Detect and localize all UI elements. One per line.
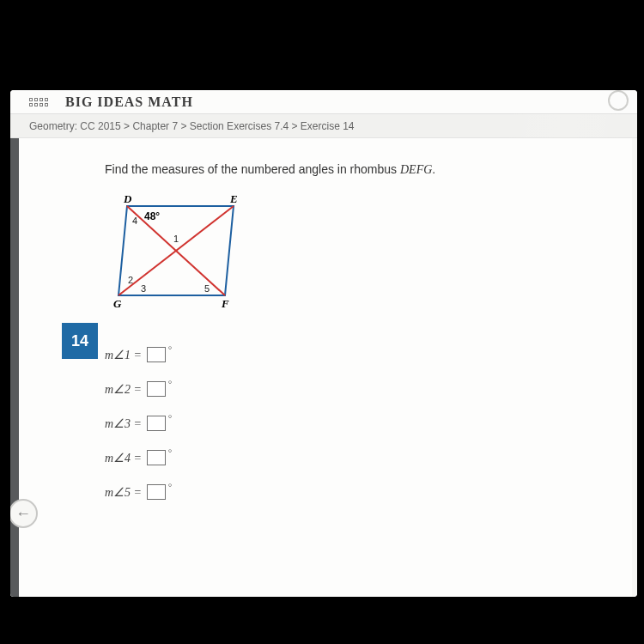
top-black-bar [0,0,644,86]
exercise-prompt: Find the measures of the numbered angles… [105,162,608,177]
profile-circle-icon[interactable] [608,90,629,111]
left-gutter [10,138,19,597]
degree-symbol: ° [168,414,172,423]
angle-5: 5 [204,283,210,294]
answer-row-3: m∠3 = ° [105,416,608,431]
prompt-suffix: . [432,162,435,176]
tablet-screen: BIG IDEAS MATH Geometry: CC 2015 > Chapt… [10,90,637,597]
degree-symbol: ° [168,345,172,355]
answer-input-4[interactable] [147,450,166,465]
angle-4: 4 [132,216,137,226]
exercise-page: Find the measures of the numbered angles… [19,138,632,597]
answer-label: m∠5 = [105,485,142,500]
answer-list: m∠1 = ° m∠2 = ° m∠3 = ° m∠4 = ° m∠5 = [105,347,608,500]
exercise-number-badge: 14 [62,323,98,359]
angle-3: 3 [141,283,146,294]
vertex-E: E [229,192,238,205]
answer-input-5[interactable] [147,484,166,500]
prompt-text: Find the measures of the numbered angles… [105,162,400,176]
answer-row-1: m∠1 = ° [105,347,608,362]
degree-symbol: ° [168,448,172,458]
given-angle: 48° [144,210,160,222]
vertex-D: D [123,192,132,205]
brand-logo: BIG IDEAS MATH [65,94,193,110]
answer-row-4: m∠4 = ° [105,450,608,465]
app-menu-icon[interactable] [29,98,50,106]
answer-label: m∠3 = [105,416,142,431]
rhombus-figure: D E G F 48° 4 1 2 3 5 [108,192,608,325]
app-topbar: BIG IDEAS MATH [10,90,637,114]
answer-label: m∠2 = [105,382,142,397]
vertex-F: F [221,297,229,310]
degree-symbol: ° [168,380,172,389]
prompt-shape-name: DEFG [400,163,432,176]
degree-symbol: ° [168,483,172,492]
breadcrumb[interactable]: Geometry: CC 2015 > Chapter 7 > Section … [10,114,637,138]
arrow-left-icon: ← [15,505,31,523]
answer-row-5: m∠5 = ° [105,484,608,500]
vertex-G: G [113,297,122,310]
answer-label: m∠4 = [105,451,142,465]
angle-2: 2 [128,275,133,285]
answer-input-1[interactable] [147,347,166,362]
answer-row-2: m∠2 = ° [105,381,608,397]
content-area: ← Find the measures of the numbered angl… [10,138,637,597]
angle-1: 1 [173,234,179,244]
answer-label: m∠1 = [105,348,142,362]
answer-input-3[interactable] [147,416,166,431]
answer-input-2[interactable] [147,381,166,397]
